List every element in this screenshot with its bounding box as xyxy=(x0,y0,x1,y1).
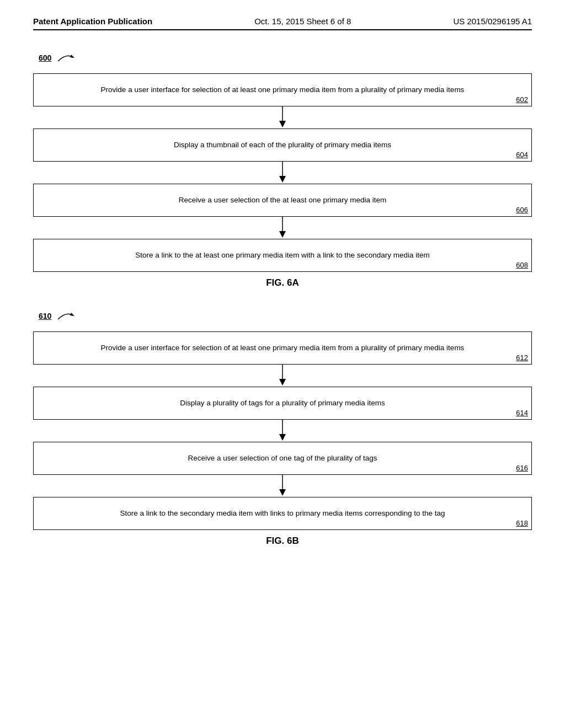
arrow-614-616 xyxy=(33,420,532,442)
step-608-text: Store a link to the at least one primary… xyxy=(42,250,523,261)
fig6a-section: 600 Provide a user interface for selecti… xyxy=(33,52,532,288)
step-604-text: Display a thumbnail of each of the plura… xyxy=(42,140,523,151)
svg-marker-2 xyxy=(279,121,286,127)
step-612-text: Provide a user interface for selection o… xyxy=(42,342,523,354)
step-606-text: Receive a user selection of the at least… xyxy=(42,195,523,206)
step-604-number: 604 xyxy=(516,151,528,159)
arrow-606-608 xyxy=(33,217,532,239)
step-604: Display a thumbnail of each of the plura… xyxy=(33,129,532,162)
header-patent-number: US 2015/0296195 A1 xyxy=(453,17,532,26)
arrow-602-604 xyxy=(33,106,532,129)
fig6b-arrow-icon xyxy=(56,311,76,322)
step-606: Receive a user selection of the at least… xyxy=(33,184,532,217)
step-602-number: 602 xyxy=(516,95,528,104)
step-618-text: Store a link to the secondary media item… xyxy=(42,508,523,519)
fig6b-label: FIG. 6B xyxy=(33,536,532,547)
step-612-number: 612 xyxy=(516,354,528,362)
page: Patent Application Publication Oct. 15, … xyxy=(0,0,565,728)
fig6b-flow-label: 610 xyxy=(39,311,532,322)
fig6a-flow-label: 600 xyxy=(39,52,532,63)
step-614: Display a plurality of tags for a plural… xyxy=(33,387,532,420)
step-614-number: 614 xyxy=(516,409,528,417)
fig6a-arrow-icon xyxy=(56,52,76,63)
arrow-612-614 xyxy=(33,365,532,387)
step-614-text: Display a plurality of tags for a plural… xyxy=(42,398,523,409)
step-602-text: Provide a user interface for selection o… xyxy=(42,84,523,95)
svg-marker-13 xyxy=(279,489,286,496)
step-602: Provide a user interface for selection o… xyxy=(33,73,532,106)
step-608: Store a link to the at least one primary… xyxy=(33,239,532,272)
svg-marker-7 xyxy=(70,313,74,316)
svg-marker-11 xyxy=(279,434,286,441)
step-618: Store a link to the secondary media item… xyxy=(33,497,532,530)
svg-marker-6 xyxy=(279,231,286,238)
step-616-text: Receive a user selection of one tag of t… xyxy=(42,453,523,464)
step-606-number: 606 xyxy=(516,206,528,214)
svg-marker-4 xyxy=(279,176,286,183)
page-header: Patent Application Publication Oct. 15, … xyxy=(33,17,532,30)
svg-marker-0 xyxy=(70,55,74,58)
fig6a-flow-id: 600 xyxy=(39,53,51,62)
step-608-number: 608 xyxy=(516,261,528,269)
arrow-604-606 xyxy=(33,162,532,184)
step-616-number: 616 xyxy=(516,464,528,472)
fig6b-section: 610 Provide a user interface for selecti… xyxy=(33,311,532,547)
step-616: Receive a user selection of one tag of t… xyxy=(33,442,532,475)
fig6a-label: FIG. 6A xyxy=(33,277,532,288)
header-publication-label: Patent Application Publication xyxy=(33,17,152,26)
header-date-sheet: Oct. 15, 2015 Sheet 6 of 8 xyxy=(254,17,351,26)
step-618-number: 618 xyxy=(516,519,528,527)
svg-marker-9 xyxy=(279,379,286,386)
fig6b-flow-id: 610 xyxy=(39,312,51,320)
step-612: Provide a user interface for selection o… xyxy=(33,331,532,365)
arrow-616-618 xyxy=(33,475,532,497)
